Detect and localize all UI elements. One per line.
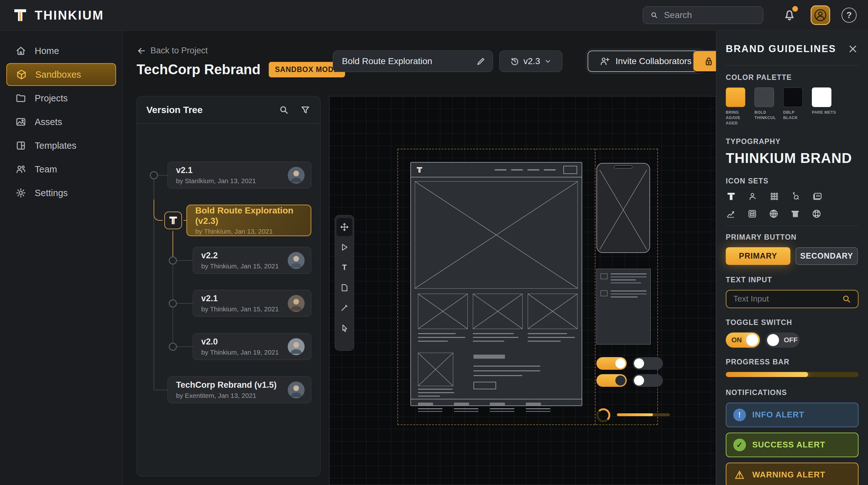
color-swatch-charcoal[interactable]: BOLD THINKCUL <box>754 87 779 126</box>
sample-input-field[interactable] <box>733 294 841 304</box>
wireframe-browser-mockup[interactable] <box>410 162 582 406</box>
help-button[interactable]: ? <box>841 7 857 23</box>
sidebar-item-templates[interactable]: Templates <box>6 134 116 157</box>
divider <box>726 65 859 66</box>
notifications-button[interactable] <box>782 8 797 22</box>
tree-node-dot[interactable] <box>150 171 158 179</box>
sidebar-item-label: Team <box>35 164 57 175</box>
version-node[interactable]: v2.2 by Thinkium, Jan 15, 2021 <box>193 247 311 274</box>
invite-collaborators-button[interactable]: Invite Collaborators <box>588 51 704 72</box>
thinkium-logo-icon <box>415 166 424 174</box>
tool-move[interactable] <box>337 218 352 236</box>
app-logo[interactable]: THINKIUM <box>11 6 104 24</box>
person-icon[interactable] <box>748 191 758 201</box>
tree-node-dot[interactable] <box>169 343 177 351</box>
color-swatch-black[interactable]: DBLP BLACK <box>783 87 807 126</box>
tree-node-dot[interactable] <box>169 256 177 265</box>
tool-cursor[interactable] <box>337 319 352 337</box>
filter-icon[interactable] <box>300 105 311 115</box>
grid-dots-icon[interactable] <box>769 191 779 201</box>
wireframe-phone-mockup[interactable] <box>596 163 650 253</box>
back-to-project-link[interactable]: Back to Project <box>136 46 208 56</box>
sidebar-item-settings[interactable]: Settings <box>6 181 116 204</box>
wireframe-text-lines <box>473 333 519 342</box>
document-block <box>600 290 647 299</box>
design-canvas[interactable]: T <box>329 96 716 485</box>
version-node[interactable]: v2.1 by Thinkium, Jan 15, 2021 <box>193 290 311 317</box>
pen-tool-icon[interactable] <box>791 191 801 201</box>
tool-select[interactable] <box>337 238 352 256</box>
back-label: Back to Project <box>150 46 208 56</box>
version-node-selected[interactable]: Bold Route Exploration (v2.3) by Thinkiu… <box>186 205 311 236</box>
swatch-label: BRINS AGAVE AGED <box>726 110 752 126</box>
warning-alert[interactable]: ⚠ WARNING ALERT <box>726 463 859 485</box>
wireframe-hero-image <box>415 181 578 289</box>
typography-sample: THINKIUM BRAND <box>726 150 859 166</box>
pencil-icon <box>476 56 486 67</box>
canvas-toggle-off[interactable] <box>633 357 663 370</box>
tt-logo-icon[interactable] <box>726 191 737 202</box>
version-node-title: Bold Route Exploration (v2.3) <box>195 205 304 226</box>
canvas-slider[interactable] <box>617 413 670 416</box>
avatar <box>288 381 305 398</box>
cube-icon <box>16 69 27 80</box>
selected-version-badge[interactable] <box>164 211 182 229</box>
sample-text-input[interactable] <box>726 290 859 308</box>
search-input[interactable] <box>663 10 756 21</box>
sidebar-item-home[interactable]: Home <box>6 39 116 62</box>
color-swatch-amber[interactable]: BRINS AGAVE AGED <box>726 87 750 126</box>
tool-shape[interactable] <box>337 279 352 297</box>
color-swatch-white[interactable]: PARE METS <box>812 87 836 126</box>
wireframe-card-image <box>418 294 468 329</box>
version-node[interactable]: v2.1 by Stanlkium, Jan 13, 2021 <box>167 162 311 189</box>
global-search[interactable] <box>643 6 763 24</box>
sample-toggle-on[interactable]: ON <box>726 333 760 348</box>
version-node[interactable]: TechCorp Rebrand (v1.5) by Exentitem, Ja… <box>167 376 311 403</box>
version-node[interactable]: v2.0 by Thinkium, Jan 19, 2021 <box>193 333 311 360</box>
sidebar-item-sandboxes[interactable]: Sandboxes <box>6 63 116 86</box>
arrow-left-icon <box>136 46 146 56</box>
wireframe-document-card[interactable] <box>596 269 651 344</box>
globe-icon[interactable] <box>769 209 779 219</box>
canvas-toggle-on-dark[interactable] <box>596 374 627 387</box>
framed-photo-icon[interactable] <box>747 209 757 219</box>
search-icon <box>841 294 851 304</box>
globe-grid-icon[interactable] <box>811 209 822 219</box>
info-alert[interactable]: ! INFO ALERT <box>726 403 859 427</box>
wireframe-footer <box>418 403 550 412</box>
color-palette-heading: COLOR PALETTE <box>726 73 859 82</box>
photo-card-icon[interactable] <box>812 191 823 202</box>
doc-table-icon <box>600 290 608 296</box>
tree-node-dot[interactable] <box>169 299 177 308</box>
sample-secondary-button[interactable]: SECONDARY <box>796 247 858 265</box>
search-icon[interactable] <box>279 105 289 115</box>
invite-label: Invite Collaborators <box>615 56 691 66</box>
sample-toggle-off[interactable]: OFF <box>766 333 800 348</box>
tree-connector-amber <box>182 220 186 221</box>
user-avatar-button[interactable] <box>811 5 830 25</box>
version-node-title: v2.2 <box>201 251 283 260</box>
sidebar-item-team[interactable]: Team <box>6 158 116 181</box>
avatar <box>288 167 305 184</box>
tool-pen[interactable] <box>337 299 352 317</box>
sidebar-item-assets[interactable]: Assets <box>6 111 116 133</box>
wireframe-media-image <box>418 353 453 386</box>
canvas-toggle-on[interactable] <box>596 357 627 370</box>
chart-icon[interactable] <box>726 209 736 219</box>
thinkium-logo-icon <box>167 215 179 226</box>
success-alert[interactable]: ✓ SUCCESS ALERT <box>726 433 859 457</box>
avatar <box>288 338 305 355</box>
canvas-toggle-off[interactable] <box>633 374 663 387</box>
version-dropdown[interactable]: v2.3 <box>499 51 562 72</box>
sidebar-item-projects[interactable]: Projects <box>6 87 116 110</box>
toggle-knob <box>746 334 758 346</box>
tree-connector <box>177 260 193 261</box>
tool-text[interactable]: T <box>337 258 352 277</box>
lock-button[interactable] <box>693 51 716 72</box>
close-icon[interactable] <box>847 43 859 55</box>
template-icon <box>15 140 27 151</box>
sample-primary-button[interactable]: PRIMARY <box>726 247 790 265</box>
exploration-name-field[interactable] <box>333 51 493 72</box>
exploration-name-input[interactable] <box>341 56 476 67</box>
columns-icon[interactable] <box>790 209 800 219</box>
